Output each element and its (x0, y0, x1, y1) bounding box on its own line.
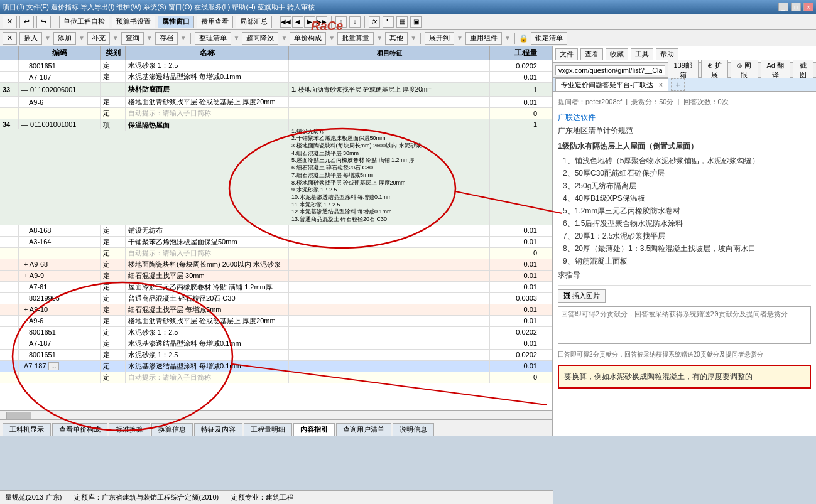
table-row[interactable]: A3-164 定 干铺聚苯乙烯泡沫板屋面保温50mm 0.01 (0, 237, 552, 248)
nav-prev-btn[interactable]: ◀ (292, 16, 303, 28)
tab-gongliaojisuanshi[interactable]: 工料机显示 (3, 423, 51, 436)
unit-check-btn[interactable]: 单位工程自检 (59, 16, 109, 28)
budget-settings-btn[interactable]: 预算书设置 (112, 16, 155, 28)
row-name: 水泥基渗透结晶型涂料 每增减0.1mm (126, 72, 289, 82)
expand-to-btn[interactable]: 展开到 (425, 32, 454, 45)
table-row[interactable]: A7-187 定 水泥基渗透结晶型涂料 每增减0.1mm 0.01 (0, 338, 552, 350)
row-type: 定 (101, 259, 126, 270)
sep-dot3: ▼ (112, 35, 119, 41)
fx-btn[interactable]: fx (369, 16, 380, 28)
table-row[interactable]: 80219905 定 普通商品混凝土 碎石粒径20石 C30 0.0303 (0, 293, 552, 304)
organize-list-btn[interactable]: 整理清单 (195, 32, 231, 45)
row-type (101, 83, 126, 96)
lock-list-btn[interactable]: 锁定清单 (531, 32, 567, 45)
row-code: A9-6 (19, 97, 101, 107)
row-name: 自动提示：请输入子目简称 (126, 372, 289, 383)
h-scrollbar[interactable] (0, 410, 552, 419)
maximize-button[interactable]: □ (791, 3, 801, 11)
redo-btn[interactable]: ↪ (36, 16, 51, 28)
table-row[interactable]: 8001651 定 水泥砂浆 1：2.5 0.0202 (0, 60, 552, 72)
fee-view-btn[interactable]: 费用查看 (197, 16, 233, 28)
table-row[interactable]: 定 自动提示：请输入子目简称 0 (0, 108, 552, 119)
table-row[interactable]: A9-6 定 楼地面沥青砂浆找平层 砼或硬基层上 厚度20mm 0.01 (0, 97, 552, 108)
save-btn[interactable]: 存档 (155, 32, 178, 45)
tab-neirong-zhiyin[interactable]: 内容指引 (293, 423, 335, 436)
row-feat (289, 350, 490, 360)
nav-first-btn[interactable]: ◀◀ (280, 16, 291, 28)
table-row[interactable]: A7-61 定 屋面冷贴三元乙丙橡胶卷材 冷贴 满铺 1.2mm厚 0.01 (0, 282, 552, 293)
close-button[interactable]: × (803, 3, 813, 11)
table-row[interactable]: A8-168 定 铺设无纺布 0.01 (0, 225, 552, 237)
table-row[interactable]: 8001651 定 水泥砂浆 1：2.5 0.0202 (0, 327, 552, 338)
url-input[interactable] (555, 65, 665, 75)
reply-textarea[interactable] (558, 306, 811, 344)
supplement-btn[interactable]: 补充 (87, 32, 110, 45)
table-row[interactable]: 34 — 011001001001 项 保温隔热屋面 1.铺设无纺布 2.干铺聚… (0, 119, 552, 225)
browser-view-btn[interactable]: 查看 (580, 48, 603, 60)
unit-price-btn[interactable]: 单价构成 (290, 32, 326, 45)
row-seq (0, 97, 19, 107)
browser-tab-close[interactable]: × (659, 81, 663, 88)
row-name: 细石混凝土找平层 每增减5mm (126, 304, 289, 315)
code-ellipsis-btn[interactable]: ... (48, 362, 58, 370)
insert-img-btn[interactable]: 🖼 插入图片 (558, 289, 606, 303)
table-row[interactable]: 33 — 011002006001 块料防腐面层 1. 楼地面沥青砂浆找平层 砼… (0, 83, 552, 97)
minimize-button[interactable]: _ (778, 3, 788, 11)
para-btn[interactable]: ¶ (383, 16, 394, 28)
row-code: A7-187 (19, 72, 101, 82)
table-row[interactable]: + A9-10 定 细石混凝土找平层 每增减5mm 0.01 (0, 304, 552, 316)
row-type: 定 (101, 361, 126, 372)
nav-up-btn[interactable]: ↑ (335, 16, 347, 28)
table-body[interactable]: 8001651 定 水泥砂浆 1：2.5 0.0202 A7-187 定 水泥基… (0, 60, 552, 410)
qa-replies: 回答次数：0次 (683, 98, 729, 105)
nav-next-btn[interactable]: ▶ (304, 16, 315, 28)
other-btn[interactable]: 其他 (385, 32, 408, 45)
grid-btn1[interactable]: ▦ (396, 16, 408, 28)
h-scrollbar-thumb[interactable] (6, 412, 31, 419)
height-reduce-btn[interactable]: 超高降效 (242, 32, 278, 45)
tab-shuoming-xinxi[interactable]: 说明信息 (393, 423, 434, 436)
batch-calc-btn[interactable]: 批量算量 (337, 32, 374, 45)
tab-chaxun-qingdan[interactable]: 查询用户清单 (336, 423, 391, 436)
grid-btn2[interactable]: ▣ (410, 16, 422, 28)
table-row[interactable]: 定 自动提示：请输入子目简称 0 (0, 248, 552, 259)
tab-tezheng-neirong[interactable]: 特征及内容 (194, 423, 242, 436)
reuse-group-btn[interactable]: 重用组件 (465, 32, 502, 45)
close2-btn[interactable]: ✕ (3, 32, 17, 45)
row-qty: 0.01 (490, 225, 540, 236)
browser-fav-btn[interactable]: 收藏 (606, 48, 628, 60)
close-btn[interactable]: ✕ (3, 16, 17, 28)
tab-chakan-danjia[interactable]: 查看单价构成 (52, 423, 107, 436)
browser-file-btn[interactable]: 文件 (555, 48, 578, 60)
nav-down-btn[interactable]: ↓ (349, 16, 361, 28)
table-row[interactable]: + A9-9 定 细石混凝土找平层 30mm 0.01 (0, 271, 552, 282)
table-row[interactable]: + A9-68 定 楼地面陶瓷块料(每块周长mm) 2600以内 水泥砂浆 0.… (0, 259, 552, 271)
tab-biaozhun-huansuan[interactable]: 标准换算 (109, 423, 150, 436)
browser-help-btn[interactable]: 帮助 (656, 48, 678, 60)
add-btn[interactable]: 添加 (53, 32, 76, 45)
table-row[interactable]: A7-187 ... 定 水泥基渗透结晶型涂料 每增减0.1mm 0.01 (0, 361, 552, 372)
table-row[interactable]: A9-6 定 楼地面沥青砂浆找平层 砼或硬基层上 厚度20mm 0.01 (0, 316, 552, 327)
nav-last-btn[interactable]: ▶▶ (316, 16, 327, 28)
table-row[interactable]: 定 自动提示：请输入子目简称 0 (0, 372, 552, 383)
undo-btn[interactable]: ↩ (19, 16, 34, 28)
qa-region: 广东地区清单计价规范 (558, 125, 811, 137)
browser-tab-qa[interactable]: 专业造价问题答疑平台-广联达 × (555, 78, 668, 91)
row-feat: 1.铺设无纺布 2.干铺聚苯乙烯泡沫板屋面保温50mm 3.楼地面陶瓷块料(每块… (289, 119, 490, 225)
insert-btn[interactable]: 插入 (19, 32, 42, 45)
left-panel: 编码 类别 名称 项目特征 工程量 8001651 定 水泥砂浆 1：2.5 0… (0, 46, 553, 436)
table-row[interactable]: A7-187 定 水泥基渗透结晶型涂料 每增减0.1mm 0.01 (0, 72, 552, 83)
query-btn[interactable]: 查询 (121, 32, 144, 45)
tab-gongcheng-mingxi[interactable]: 工程量明细 (244, 423, 292, 436)
row-seq (0, 372, 19, 383)
table-row[interactable]: 8001651 定 水泥砂浆 1：2.5 0.0202 (0, 350, 552, 361)
local-summary-btn[interactable]: 局部汇总 (236, 16, 272, 28)
new-tab-btn[interactable]: + (671, 78, 685, 91)
row-qty: 0 (490, 372, 540, 383)
row-qty: 0.01 (490, 271, 540, 281)
property-window-btn[interactable]: 属性窗口 (158, 16, 194, 28)
browser-tools-btn[interactable]: 工具 (631, 48, 653, 60)
bottom-tabs: 工料机显示 查看单价构成 标准换算 换算信息 特征及内容 工程量明细 内容指引 … (0, 419, 552, 436)
row-seq (0, 304, 19, 315)
tab-huansuan-xinxi[interactable]: 换算信息 (151, 423, 193, 436)
